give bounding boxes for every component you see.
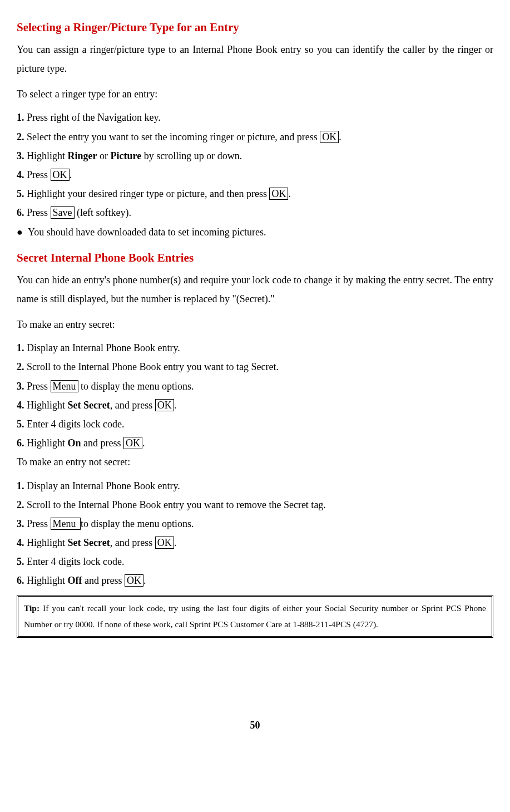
ok-key: OK	[269, 188, 288, 200]
ok-key: OK	[155, 537, 174, 549]
step-text-a: Press	[24, 518, 51, 529]
step-text: Scroll to the Internal Phone Book entry …	[24, 499, 326, 510]
step-text-b: by scrolling up or down.	[141, 150, 242, 161]
menu-key: Menu	[51, 518, 81, 530]
step-text-b: .	[142, 437, 145, 449]
step-2a-4: 4. Highlight Set Secret, and press OK.	[17, 396, 493, 415]
step-text-a: Press	[24, 169, 51, 180]
step-text-b: .	[288, 188, 291, 199]
option-set-secret: Set Secret	[68, 537, 110, 548]
step-2b-2: 2. Scroll to the Internal Phone Book ent…	[17, 495, 493, 514]
step-text-b: .	[339, 131, 341, 142]
step-text: Enter 4 digits lock code.	[24, 419, 125, 430]
ok-key: OK	[51, 169, 70, 181]
step-num: 1.	[17, 112, 24, 123]
step-1-1: 1. Press right of the Navigation key.	[17, 108, 493, 127]
step-num: 4.	[17, 400, 24, 411]
step-2b-6: 6. Highlight Off and press OK.	[17, 571, 493, 590]
intro-make-not-secret: To make an entry not secret:	[17, 452, 493, 471]
step-text-mid: or	[97, 150, 111, 161]
step-num: 5.	[17, 556, 24, 567]
bullet-icon: ●	[17, 223, 28, 242]
step-text-b: to display the menu options.	[81, 518, 194, 529]
step-text-b: .	[70, 169, 72, 180]
step-text: Enter 4 digits lock code.	[24, 556, 125, 567]
step-2a-2: 2. Scroll to the Internal Phone Book ent…	[17, 357, 493, 376]
step-text-mid: , and press	[110, 537, 155, 548]
tip-text: If you can't recall your lock code, try …	[24, 603, 486, 629]
step-num: 3.	[17, 381, 24, 392]
option-ringer: Ringer	[68, 150, 97, 161]
step-text-b: .	[143, 575, 146, 586]
step-num: 4.	[17, 537, 24, 548]
step-num: 1.	[17, 342, 24, 353]
step-text: Press right of the Navigation key.	[24, 112, 161, 123]
step-text-a: Highlight	[24, 437, 68, 449]
step-2a-6: 6. Highlight On and press OK.	[17, 434, 493, 452]
step-2a-3: 3. Press Menu to display the menu option…	[17, 377, 493, 396]
step-text-mid: , and press	[110, 400, 155, 411]
step-num: 6.	[17, 437, 24, 449]
step-2a-5: 5. Enter 4 digits lock code.	[17, 415, 493, 434]
step-num: 2.	[17, 499, 24, 510]
tip-box: Tip: If you can't recall your lock code,…	[17, 595, 493, 638]
step-num: 3.	[17, 150, 24, 161]
step-text: Scroll to the Internal Phone Book entry …	[24, 361, 279, 372]
step-text: Display an Internal Phone Book entry.	[24, 342, 180, 353]
step-num: 5.	[17, 188, 24, 199]
step-1-3: 3. Highlight Ringer or Picture by scroll…	[17, 146, 493, 165]
step-1-2: 2. Select the entry you want to set the …	[17, 127, 493, 146]
step-text-a: Highlight	[24, 537, 68, 548]
ok-key: OK	[320, 131, 339, 143]
tip-label: Tip:	[24, 603, 39, 613]
para-ringer-intro: You can assign a ringer/picture type to …	[17, 40, 493, 78]
step-num: 5.	[17, 419, 24, 430]
step-1-6: 6. Press Save (left softkey).	[17, 203, 493, 222]
step-text-a: Select the entry you want to set the inc…	[24, 131, 320, 142]
para-secret-intro: You can hide an entry's phone number(s) …	[17, 270, 493, 308]
step-text-a: Press	[24, 381, 51, 392]
option-on: On	[68, 437, 81, 449]
step-num: 3.	[17, 518, 24, 529]
ok-key: OK	[155, 399, 174, 411]
menu-key: Menu	[51, 380, 78, 392]
option-set-secret: Set Secret	[68, 400, 110, 411]
step-text-b: .	[174, 400, 177, 411]
heading-secret-entries: Secret Internal Phone Book Entries	[17, 247, 493, 269]
step-1-5: 5. Highlight your desired ringer type or…	[17, 184, 493, 203]
step-text-a: Highlight	[24, 400, 68, 411]
step-text-b: .	[174, 537, 177, 548]
option-picture: Picture	[111, 150, 142, 161]
step-text-mid: and press	[81, 437, 123, 449]
page-number: 50	[17, 716, 493, 735]
option-off: Off	[68, 575, 82, 586]
step-num: 1.	[17, 480, 24, 491]
step-num: 6.	[17, 207, 24, 218]
step-2b-1: 1. Display an Internal Phone Book entry.	[17, 476, 493, 495]
step-text-a: Press	[24, 207, 51, 218]
step-text-b: to display the menu options.	[78, 381, 194, 392]
bullet-text: You should have downloaded data to set i…	[28, 227, 266, 238]
step-text-a: Highlight your desired ringer type or pi…	[24, 188, 270, 199]
heading-ringer-picture: Selecting a Ringer/Picture Type for an E…	[17, 17, 493, 39]
save-key: Save	[51, 206, 75, 219]
step-num: 2.	[17, 131, 24, 142]
intro-ringer-steps: To select a ringer type for an entry:	[17, 85, 493, 104]
step-2b-4: 4. Highlight Set Secret, and press OK.	[17, 533, 493, 552]
step-num: 6.	[17, 575, 24, 586]
step-text-a: Highlight	[24, 575, 68, 586]
intro-make-secret: To make an entry secret:	[17, 315, 493, 334]
step-1-4: 4. Press OK.	[17, 165, 493, 184]
step-text-a: Highlight	[24, 150, 68, 161]
step-2b-5: 5. Enter 4 digits lock code.	[17, 552, 493, 571]
step-text-b: (left softkey).	[75, 207, 131, 218]
step-2a-1: 1. Display an Internal Phone Book entry.	[17, 338, 493, 357]
ok-key: OK	[125, 574, 143, 587]
step-text: Display an Internal Phone Book entry.	[24, 480, 180, 491]
step-2b-3: 3. Press Menu to display the menu option…	[17, 514, 493, 533]
step-num: 4.	[17, 169, 24, 180]
ok-key: OK	[123, 437, 142, 449]
bullet-note: ●You should have downloaded data to set …	[17, 223, 493, 242]
step-text-mid: and press	[82, 575, 125, 586]
step-num: 2.	[17, 361, 24, 372]
